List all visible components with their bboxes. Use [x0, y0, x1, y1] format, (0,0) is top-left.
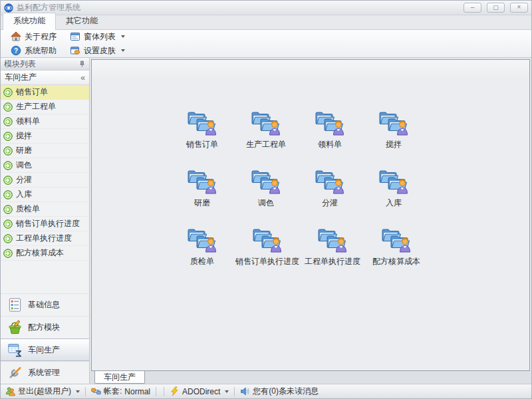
ribbon-tab-other[interactable]: 其它功能 — [56, 13, 108, 29]
module-mixing[interactable]: 搅拌 — [362, 110, 426, 150]
folder-user-icon — [318, 227, 347, 253]
sidebar-item-label: 生产工程单 — [16, 101, 56, 112]
sidebar-item-label: 配方核算成本 — [16, 247, 64, 259]
section-workshop-production[interactable]: 车间生产 — [1, 338, 89, 361]
sidebar-item-formula-costing[interactable]: 配方核算成本 — [1, 246, 89, 261]
sidebar-item-label: 销售订单执行进度 — [16, 218, 80, 229]
icon-row: 研磨 调色 分灌 入库 — [170, 169, 428, 209]
module-label: 生产工程单 — [246, 139, 286, 150]
system-help-label: 系统帮助 — [25, 45, 57, 57]
sidebar-item-sales-order-progress[interactable]: 销售订单执行进度 — [1, 217, 89, 231]
module-grinding[interactable]: 研磨 — [170, 169, 234, 209]
skin-icon — [70, 45, 80, 56]
module-warehousing[interactable]: 入库 — [362, 169, 426, 209]
sidebar-item-material-requisition[interactable]: 领料单 — [1, 114, 89, 129]
sidebar-item-filling[interactable]: 分灌 — [1, 173, 89, 188]
module-engineering-order-progress[interactable]: 工程单执行进度 — [301, 227, 364, 267]
maximize-button[interactable] — [487, 3, 505, 13]
green-arrow-icon — [3, 249, 13, 258]
pin-icon[interactable] — [78, 61, 86, 68]
logout-button[interactable]: 登出(超级用户) — [5, 386, 80, 397]
folder-user-icon — [379, 110, 408, 136]
module-filling[interactable]: 分灌 — [298, 169, 362, 209]
minimize-button[interactable] — [464, 3, 481, 13]
sidebar-group-header[interactable]: 车间生产 — [1, 70, 89, 85]
doc-tab-workshop-production[interactable]: 车间生产 — [94, 370, 145, 384]
account-set-label: 帐套: — [104, 386, 122, 397]
sidebar-item-label: 销售订单 — [16, 86, 48, 98]
module-sales-order[interactable]: 销售订单 — [170, 110, 234, 150]
section-system-management[interactable]: 系统管理 — [1, 361, 89, 384]
speaker-icon — [240, 386, 250, 396]
collapse-icon[interactable] — [80, 73, 85, 82]
workshop-production-panel: 销售订单 生产工程单 领料单 — [91, 59, 530, 371]
account-set-value: Normal — [124, 387, 150, 396]
green-arrow-icon — [3, 117, 13, 126]
sidebar-item-quality-inspection[interactable]: 质检单 — [1, 202, 89, 217]
green-arrow-icon — [3, 190, 13, 200]
module-formula-costing[interactable]: 配方核算成本 — [364, 227, 428, 267]
sidebar-item-tinting[interactable]: 调色 — [1, 158, 89, 173]
sidebar-item-label: 搅拌 — [16, 130, 32, 142]
module-icon-grid: 销售订单 生产工程单 领料单 — [170, 110, 428, 267]
system-help-button[interactable]: 系统帮助 — [6, 45, 61, 57]
window-list-button[interactable]: 窗体列表 — [65, 31, 130, 43]
folder-user-icon — [379, 169, 408, 194]
module-sales-order-progress[interactable]: 销售订单执行进度 — [234, 227, 301, 267]
sidebar-item-grinding[interactable]: 研磨 — [1, 144, 89, 158]
app-logo-icon — [4, 3, 13, 13]
module-sidebar: 模块列表 车间生产 销售订单 生产工程单 领料单 搅拌 — [1, 58, 90, 384]
green-arrow-icon — [3, 88, 13, 97]
module-label: 分灌 — [322, 198, 338, 209]
window-title: 益利配方管理系统 — [17, 2, 458, 13]
module-production-order[interactable]: 生产工程单 — [234, 110, 298, 150]
about-program-label: 关于程序 — [25, 31, 57, 43]
dropdown-caret-icon — [225, 390, 229, 393]
folder-user-icon — [315, 169, 344, 194]
statusbar-separator — [85, 387, 86, 396]
module-label: 研磨 — [194, 198, 210, 209]
module-label: 销售订单执行进度 — [235, 256, 299, 267]
sidebar-item-label: 工程单执行进度 — [16, 233, 72, 244]
section-label: 车间生产 — [28, 344, 60, 356]
sidebar-header: 模块列表 — [1, 58, 89, 70]
sidebar-item-mixing[interactable]: 搅拌 — [1, 129, 89, 144]
module-label: 销售订单 — [186, 139, 218, 150]
folder-user-icon — [251, 110, 281, 136]
section-label: 系统管理 — [28, 367, 60, 378]
sidebar-item-label: 入库 — [16, 189, 32, 200]
ribbon-tab-strip: 系统功能 其它功能 — [1, 15, 531, 30]
green-arrow-icon — [3, 102, 13, 112]
module-quality-inspection[interactable]: 质检单 — [170, 227, 234, 267]
ado-direct-button[interactable]: ADODirect — [170, 386, 229, 396]
unread-messages-status[interactable]: 您有(0)条未读消息 — [240, 386, 319, 397]
module-label: 搅拌 — [386, 139, 402, 150]
sidebar-item-production-order[interactable]: 生产工程单 — [1, 100, 89, 114]
sidebar-item-warehousing[interactable]: 入库 — [1, 188, 89, 202]
about-program-button[interactable]: 关于程序 — [6, 31, 61, 43]
section-basic-info[interactable]: 基础信息 — [1, 293, 89, 316]
dropdown-caret-icon — [121, 35, 125, 38]
module-label: 入库 — [386, 198, 402, 209]
logout-label: 登出(超级用户) — [18, 386, 71, 397]
green-arrow-icon — [3, 234, 13, 243]
set-skin-button[interactable]: 设置皮肤 — [65, 45, 130, 57]
green-arrow-icon — [3, 205, 13, 214]
module-material-requisition[interactable]: 领料单 — [298, 110, 362, 150]
module-tinting[interactable]: 调色 — [234, 169, 298, 209]
sidebar-item-engineering-order-progress[interactable]: 工程单执行进度 — [1, 231, 89, 246]
account-set-status: 帐套: Normal — [91, 386, 150, 397]
ribbon-tab-system[interactable]: 系统功能 — [3, 13, 56, 30]
folder-user-icon — [188, 227, 217, 253]
icon-row: 销售订单 生产工程单 领料单 — [170, 110, 428, 150]
section-formula-module[interactable]: 配方模块 — [1, 316, 89, 338]
folder-user-icon — [253, 227, 282, 253]
home-icon — [11, 31, 21, 42]
sidebar-item-label: 研磨 — [16, 145, 32, 156]
list-icon — [7, 297, 23, 313]
green-arrow-icon — [3, 132, 13, 141]
close-button[interactable] — [510, 3, 528, 13]
sidebar-item-label: 调色 — [16, 160, 32, 171]
sidebar-item-sales-order[interactable]: 销售订单 — [1, 85, 89, 100]
statusbar-separator — [164, 387, 164, 396]
